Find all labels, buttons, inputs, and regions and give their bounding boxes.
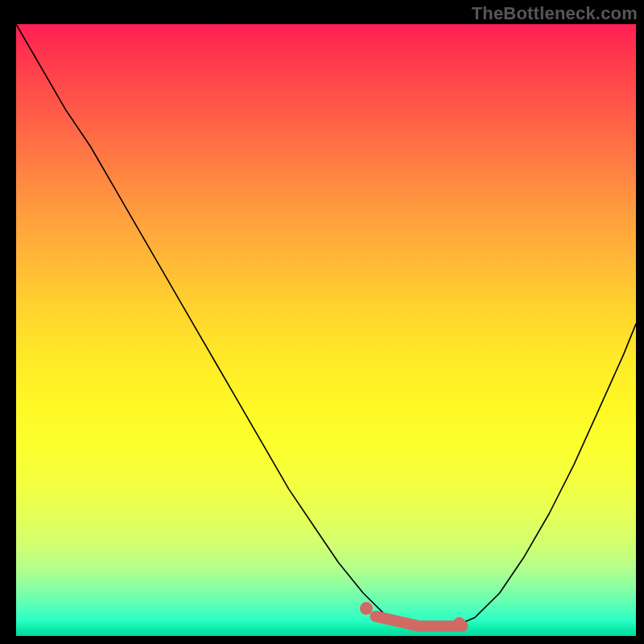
attribution-label: TheBottleneck.com <box>472 3 638 24</box>
plot-area <box>16 24 636 636</box>
highlight-dot <box>453 617 466 630</box>
bottleneck-curve <box>16 24 636 630</box>
optimal-range-highlight <box>376 617 463 626</box>
highlight-dot <box>360 602 373 615</box>
chart-stage: TheBottleneck.com <box>0 0 644 644</box>
curve-layer <box>16 24 636 636</box>
